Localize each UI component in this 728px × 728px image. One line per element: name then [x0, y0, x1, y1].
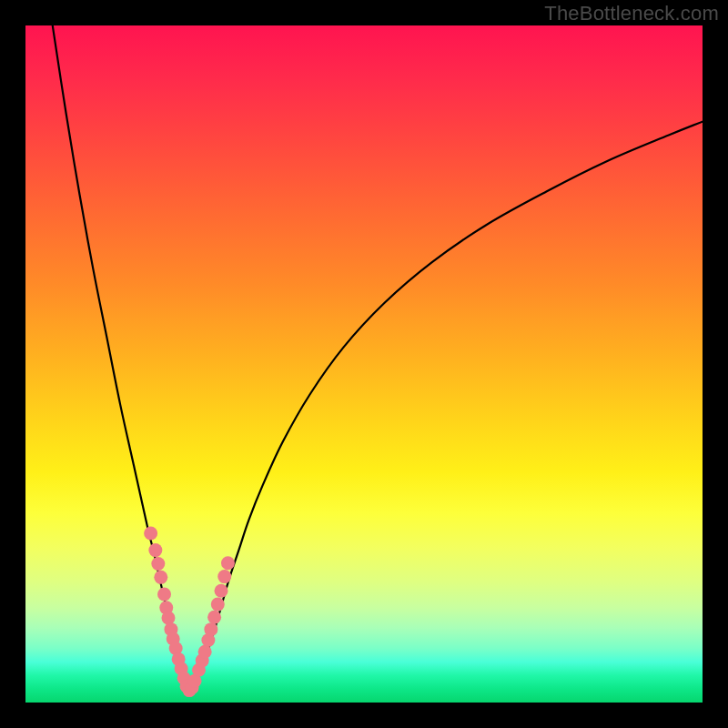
plot-area: [25, 25, 703, 703]
marker-dot: [211, 598, 225, 612]
marker-dot: [217, 570, 231, 583]
watermark-text: TheBottleneck.com: [544, 2, 719, 25]
marker-dot: [148, 543, 162, 557]
marker-dot: [215, 584, 228, 598]
marker-dot: [198, 645, 212, 659]
marker-dot: [157, 587, 171, 601]
marker-layer: [25, 25, 703, 703]
marker-dot: [207, 611, 221, 624]
marker-dot: [151, 557, 165, 571]
marker-group: [144, 527, 235, 698]
marker-dot: [221, 556, 235, 570]
marker-dot: [161, 612, 175, 625]
outer-frame: TheBottleneck.com: [0, 0, 728, 728]
marker-dot: [204, 622, 217, 636]
marker-dot: [144, 527, 157, 541]
marker-dot: [154, 571, 167, 584]
